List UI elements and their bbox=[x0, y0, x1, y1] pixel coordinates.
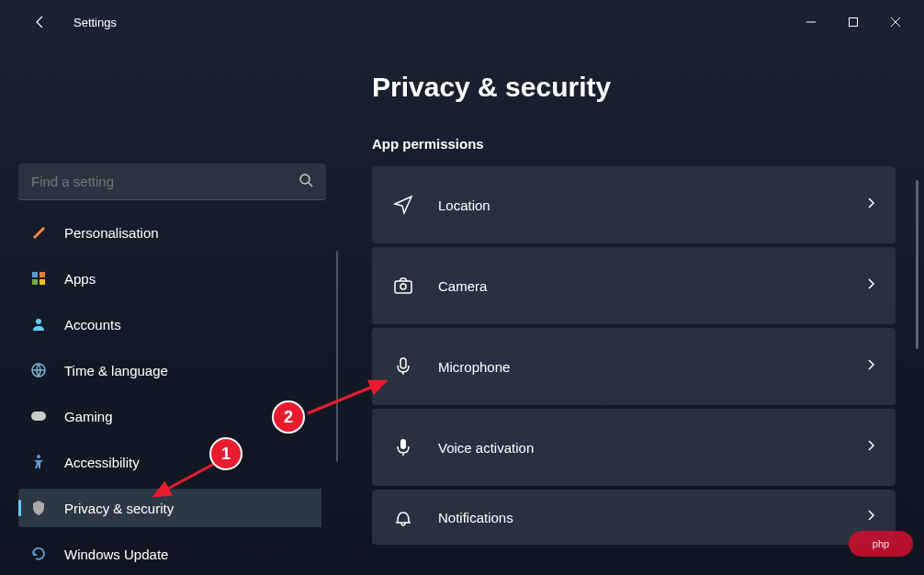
maximize-button[interactable] bbox=[832, 4, 874, 40]
page-title: Privacy & security bbox=[372, 72, 896, 103]
svg-line-5 bbox=[309, 183, 312, 186]
section-title: App permissions bbox=[372, 136, 896, 152]
close-icon bbox=[890, 17, 901, 28]
accessibility-icon bbox=[29, 453, 48, 471]
globe-icon bbox=[29, 361, 48, 379]
sidebar-item-label: Accessibility bbox=[64, 455, 140, 470]
sidebar-item-label: Time & language bbox=[64, 363, 168, 378]
sidebar-item-label: Personalisation bbox=[64, 225, 159, 241]
svg-rect-12 bbox=[31, 412, 46, 421]
annotation-badge-2: 2 bbox=[272, 400, 305, 434]
maximize-icon bbox=[848, 17, 859, 28]
svg-line-19 bbox=[308, 381, 386, 413]
svg-line-18 bbox=[154, 464, 214, 496]
back-arrow-icon bbox=[33, 15, 48, 29]
titlebar: Settings bbox=[0, 0, 924, 44]
chevron-right-icon bbox=[864, 197, 877, 213]
nav-list: Personalisation Apps Accounts Time & lan… bbox=[18, 220, 321, 575]
svg-rect-7 bbox=[39, 272, 45, 277]
sidebar-item-apps[interactable]: Apps bbox=[18, 259, 321, 298]
sidebar-item-label: Windows Update bbox=[64, 547, 168, 562]
sidebar-item-accounts[interactable]: Accounts bbox=[18, 305, 321, 344]
voice-icon bbox=[390, 434, 416, 460]
svg-rect-16 bbox=[400, 358, 406, 368]
tile-label: Voice activation bbox=[438, 440, 864, 456]
sidebar-item-windows-update[interactable]: Windows Update bbox=[18, 535, 321, 573]
sidebar-item-personalisation[interactable]: Personalisation bbox=[18, 220, 321, 252]
svg-point-4 bbox=[300, 175, 310, 184]
svg-rect-14 bbox=[395, 281, 411, 293]
tile-location[interactable]: Location bbox=[372, 166, 896, 243]
svg-rect-6 bbox=[32, 272, 38, 277]
annotation-badge-1: 1 bbox=[209, 437, 242, 470]
annotation-arrow-1 bbox=[145, 459, 219, 505]
camera-icon bbox=[390, 273, 416, 299]
bell-icon bbox=[390, 504, 416, 530]
location-icon bbox=[390, 192, 416, 218]
search-input[interactable] bbox=[18, 163, 326, 200]
svg-rect-8 bbox=[32, 279, 38, 285]
tile-label: Microphone bbox=[438, 359, 864, 375]
tile-label: Location bbox=[438, 197, 864, 213]
chevron-right-icon bbox=[864, 277, 877, 294]
content-scrollbar[interactable] bbox=[916, 180, 918, 349]
sidebar-item-time-language[interactable]: Time & language bbox=[18, 351, 321, 389]
minimize-button[interactable] bbox=[790, 4, 832, 40]
update-icon bbox=[29, 545, 48, 563]
sidebar-item-label: Gaming bbox=[64, 409, 113, 424]
gamepad-icon bbox=[29, 407, 48, 425]
chevron-right-icon bbox=[864, 439, 877, 456]
apps-icon bbox=[29, 269, 48, 288]
chevron-right-icon bbox=[864, 358, 877, 375]
sidebar-item-label: Accounts bbox=[64, 317, 121, 333]
tile-label: Camera bbox=[438, 278, 864, 294]
brush-icon bbox=[29, 223, 48, 242]
chevron-right-icon bbox=[864, 509, 877, 525]
annotation-arrow-2 bbox=[303, 377, 395, 423]
watermark: php bbox=[849, 531, 913, 557]
close-button[interactable] bbox=[874, 4, 917, 40]
sidebar-item-label: Apps bbox=[64, 271, 96, 287]
person-icon bbox=[29, 315, 48, 333]
microphone-icon bbox=[390, 354, 416, 379]
svg-rect-17 bbox=[400, 439, 406, 449]
tile-microphone[interactable]: Microphone bbox=[372, 328, 896, 405]
window-controls bbox=[790, 4, 917, 40]
svg-point-10 bbox=[36, 319, 41, 324]
tile-notifications[interactable]: Notifications bbox=[372, 490, 896, 545]
svg-rect-1 bbox=[850, 18, 858, 27]
tile-camera[interactable]: Camera bbox=[372, 247, 896, 324]
sidebar-scrollbar[interactable] bbox=[336, 251, 338, 462]
window-title: Settings bbox=[73, 16, 117, 29]
back-button[interactable] bbox=[22, 4, 59, 40]
svg-rect-9 bbox=[39, 279, 45, 285]
tile-voice-activation[interactable]: Voice activation bbox=[372, 409, 896, 486]
svg-point-13 bbox=[37, 455, 40, 458]
tile-list: Location Camera Microphone Voice activat… bbox=[372, 166, 896, 545]
svg-point-15 bbox=[400, 284, 406, 289]
content-area: Privacy & security App permissions Locat… bbox=[340, 44, 924, 575]
minimize-icon bbox=[806, 17, 817, 28]
shield-icon bbox=[29, 499, 48, 517]
search-icon bbox=[299, 173, 313, 191]
tile-label: Notifications bbox=[438, 510, 864, 525]
